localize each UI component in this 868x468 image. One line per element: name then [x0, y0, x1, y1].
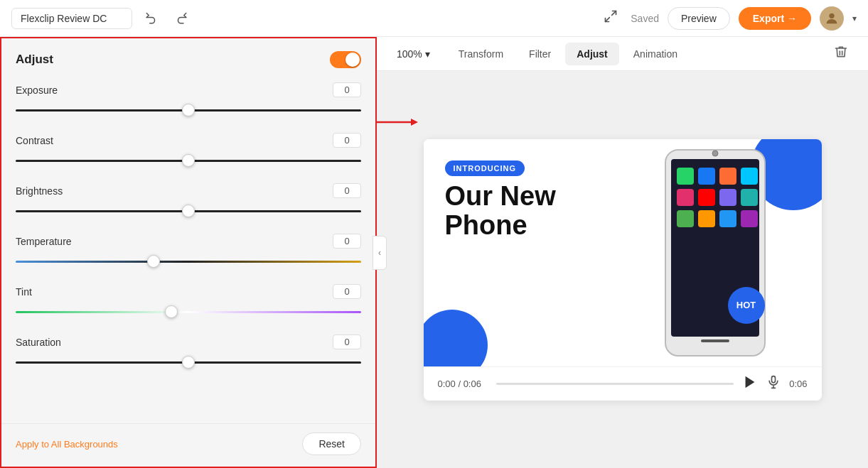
tab-filter[interactable]: Filter [518, 43, 562, 65]
panel-footer: Apply to All Backgrounds Reset [1, 423, 375, 467]
exposure-thumb[interactable] [182, 104, 195, 116]
brightness-track-wrapper[interactable] [16, 204, 361, 218]
exposure-slider-group: Exposure [16, 82, 361, 117]
undo-button[interactable] [141, 9, 162, 28]
svg-rect-14 [719, 189, 736, 206]
adjust-toggle[interactable] [330, 51, 361, 68]
ad-circle-bottom-left [424, 310, 488, 366]
toggle-thumb [345, 53, 360, 67]
adjust-header: Adjust [16, 51, 361, 68]
temperature-track [16, 261, 361, 263]
microphone-button[interactable] [766, 375, 781, 393]
tab-animation[interactable]: Animation [622, 43, 689, 65]
adjust-controls-container: Adjust Exposure [1, 38, 375, 423]
svg-rect-9 [698, 168, 715, 185]
adjust-title: Adjust [16, 53, 53, 67]
temperature-thumb[interactable] [147, 255, 160, 268]
exposure-label: Exposure [16, 85, 58, 96]
preview-area: INTRODUCING Our New Phone [377, 71, 868, 468]
redo-button[interactable] [171, 9, 192, 28]
contrast-thumb[interactable] [182, 154, 195, 167]
brightness-slider-group: Brightness [16, 183, 361, 218]
tint-value-input[interactable] [333, 284, 361, 299]
svg-line-1 [606, 18, 610, 22]
svg-rect-15 [741, 189, 758, 206]
tab-transform[interactable]: Transform [447, 43, 515, 65]
tab-adjust[interactable]: Adjust [565, 43, 619, 65]
contrast-label-row: Contrast [16, 133, 361, 148]
right-panel: 100% ▾ Transform Filter Adjust Animation [377, 37, 868, 468]
avatar-chevron-icon[interactable]: ▾ [852, 13, 857, 23]
saturation-label: Saturation [16, 337, 61, 348]
video-controls: 0:00 / 0:06 0:06 [424, 366, 822, 401]
temperature-slider-group: Temperature [16, 234, 361, 268]
video-frame: INTRODUCING Our New Phone [424, 139, 822, 366]
svg-rect-21 [701, 339, 729, 342]
collapse-panel-button[interactable]: ‹ [373, 236, 387, 270]
svg-point-2 [829, 13, 834, 18]
tint-thumb[interactable] [165, 305, 178, 318]
svg-rect-8 [677, 168, 694, 185]
contrast-value-input[interactable] [333, 133, 361, 148]
video-container: INTRODUCING Our New Phone [424, 139, 822, 401]
exposure-track [16, 109, 361, 111]
temperature-value-input[interactable] [333, 234, 361, 249]
temperature-label-row: Temperature [16, 234, 361, 249]
tint-track-wrapper[interactable] [16, 305, 361, 319]
saturation-label-row: Saturation [16, 334, 361, 349]
ad-introducing-badge: INTRODUCING [445, 160, 525, 176]
ad-title: Our New Phone [445, 182, 556, 241]
svg-rect-16 [677, 210, 694, 227]
topbar: Saved Preview Export → ▾ [0, 0, 868, 37]
saturation-track [16, 361, 361, 364]
zoom-level: 100% [397, 48, 422, 60]
tab-bar: 100% ▾ Transform Filter Adjust Animation [377, 37, 868, 71]
svg-point-20 [712, 151, 718, 156]
saved-status: Saved [631, 13, 659, 24]
temperature-label: Temperature [16, 236, 72, 247]
fullscreen-button[interactable] [599, 6, 622, 30]
ad-title-line1: Our New [445, 182, 556, 212]
saturation-thumb[interactable] [182, 356, 195, 369]
ad-title-line2: Phone [445, 211, 556, 241]
time-display: 0:00 / 0:06 [438, 379, 488, 389]
play-button[interactable] [742, 374, 758, 393]
svg-rect-13 [698, 189, 715, 206]
contrast-track [16, 160, 361, 162]
exposure-value-input[interactable] [333, 82, 361, 97]
brightness-thumb[interactable] [182, 205, 195, 217]
svg-marker-22 [746, 376, 755, 388]
svg-rect-19 [741, 210, 758, 227]
apply-all-link[interactable]: Apply to All Backgrounds [16, 439, 118, 450]
contrast-slider-group: Contrast [16, 133, 361, 168]
avatar[interactable] [820, 6, 844, 31]
progress-bar[interactable] [496, 383, 734, 385]
export-button[interactable]: Export → [739, 7, 811, 30]
reset-button[interactable]: Reset [302, 432, 361, 455]
svg-rect-18 [719, 210, 736, 227]
temperature-track-wrapper[interactable] [16, 254, 361, 268]
contrast-label: Contrast [16, 135, 53, 146]
brightness-value-input[interactable] [333, 183, 361, 198]
delete-button[interactable] [828, 42, 854, 65]
ad-phone-image [651, 146, 779, 359]
exposure-label-row: Exposure [16, 82, 361, 97]
tint-label-row: Tint [16, 284, 361, 299]
exposure-track-wrapper[interactable] [16, 103, 361, 117]
tint-track [16, 311, 361, 313]
contrast-track-wrapper[interactable] [16, 153, 361, 168]
saturation-track-wrapper[interactable] [16, 355, 361, 369]
brightness-label: Brightness [16, 185, 63, 197]
preview-button[interactable]: Preview [668, 7, 730, 30]
svg-line-0 [612, 11, 616, 16]
toggle-track [330, 51, 361, 68]
svg-rect-12 [677, 189, 694, 206]
svg-rect-10 [719, 168, 736, 185]
brightness-label-row: Brightness [16, 183, 361, 198]
tint-label: Tint [16, 286, 32, 298]
svg-rect-11 [741, 168, 758, 185]
saturation-value-input[interactable] [333, 334, 361, 349]
project-title-input[interactable] [11, 8, 132, 29]
zoom-selector[interactable]: 100% ▾ [391, 45, 436, 62]
svg-rect-23 [772, 376, 776, 382]
